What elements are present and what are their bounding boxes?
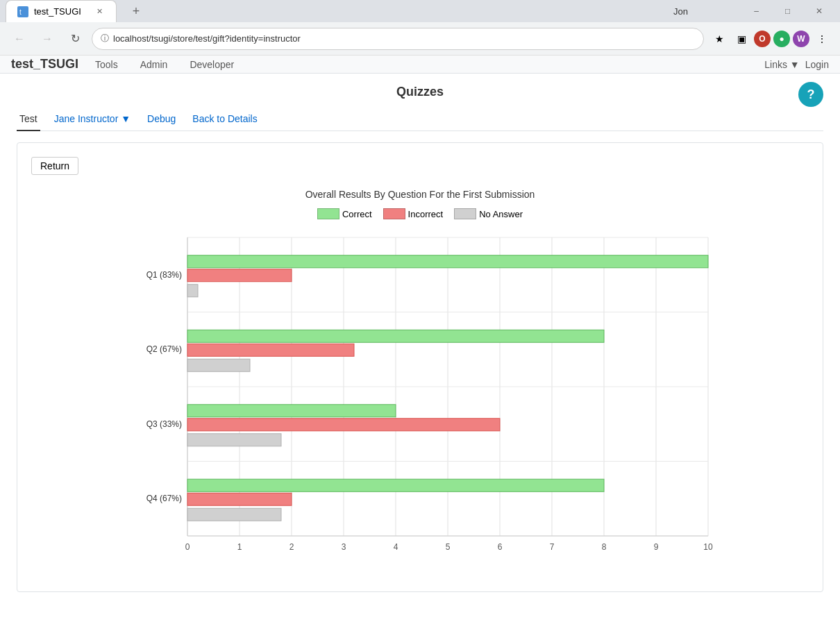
navbar-login[interactable]: Login bbox=[805, 59, 829, 70]
title-bar-user: Jon bbox=[673, 6, 730, 17]
navbar-admin[interactable]: Admin bbox=[135, 56, 174, 73]
chart-container: Overall Results By Question For the Firs… bbox=[87, 189, 753, 564]
svg-text:8: 8 bbox=[602, 542, 607, 552]
svg-text:1: 1 bbox=[237, 542, 242, 552]
new-tab-button[interactable]: + bbox=[125, 0, 147, 22]
close-button[interactable]: ✕ bbox=[803, 0, 834, 22]
svg-text:2: 2 bbox=[289, 542, 294, 552]
navbar-developer[interactable]: Developer bbox=[184, 56, 240, 73]
svg-rect-32 bbox=[187, 479, 604, 491]
browser-window: t test_TSUGI ✕ + Jon – □ ✕ ← → ↻ ⓘ local… bbox=[0, 0, 840, 603]
svg-text:6: 6 bbox=[498, 542, 503, 552]
help-button[interactable]: ? bbox=[798, 82, 823, 107]
page-title: Quizzes bbox=[396, 85, 444, 99]
legend-no-answer: No Answer bbox=[454, 208, 523, 219]
svg-text:Q2 (67%): Q2 (67%) bbox=[146, 344, 182, 354]
top-navbar: test_TSUGI Tools Admin Developer Links ▼… bbox=[0, 56, 840, 74]
bookmark-icon[interactable]: ★ bbox=[709, 29, 729, 49]
sub-navigation: Test Jane Instructor ▼ Debug Back to Det… bbox=[17, 108, 823, 131]
ext-icon-3[interactable]: W bbox=[793, 31, 809, 47]
svg-text:7: 7 bbox=[550, 542, 555, 552]
svg-rect-33 bbox=[187, 493, 292, 505]
app-wrapper: test_TSUGI Tools Admin Developer Links ▼… bbox=[0, 56, 840, 603]
navbar-tools[interactable]: Tools bbox=[90, 56, 124, 73]
chart-legend: Correct Incorrect No Answer bbox=[87, 208, 753, 219]
legend-correct: Correct bbox=[317, 208, 372, 219]
incorrect-label: Incorrect bbox=[408, 209, 444, 219]
navbar-links[interactable]: Links ▼ bbox=[764, 59, 799, 70]
svg-rect-29 bbox=[187, 419, 500, 431]
incorrect-swatch bbox=[383, 208, 405, 219]
svg-rect-21 bbox=[187, 269, 292, 282]
correct-swatch bbox=[317, 208, 339, 219]
page-title-wrapper: Quizzes ? bbox=[17, 85, 823, 99]
cast-icon[interactable]: ▣ bbox=[732, 29, 751, 49]
no-answer-label: No Answer bbox=[479, 209, 523, 219]
minimize-button[interactable]: – bbox=[741, 0, 772, 22]
navbar-right: Links ▼ Login bbox=[764, 59, 829, 70]
legend-incorrect: Incorrect bbox=[383, 208, 444, 219]
svg-text:4: 4 bbox=[394, 542, 398, 552]
tab-back-to-details[interactable]: Back to Details bbox=[190, 108, 260, 131]
tab-title: test_TSUGI bbox=[34, 6, 81, 17]
maximize-button[interactable]: □ bbox=[772, 0, 803, 22]
content-box: Return Overall Results By Question For t… bbox=[17, 142, 823, 592]
svg-text:Q1 (83%): Q1 (83%) bbox=[146, 270, 182, 280]
svg-text:0: 0 bbox=[185, 542, 190, 552]
bar-chart: Q1 (83%)Q2 (67%)Q3 (33%)Q4 (67%)01234567… bbox=[118, 230, 722, 564]
tab-test[interactable]: Test bbox=[17, 108, 40, 131]
svg-rect-28 bbox=[187, 405, 396, 417]
ext-icon-1[interactable]: O bbox=[754, 31, 771, 47]
svg-rect-34 bbox=[187, 508, 281, 521]
browser-extensions: ★ ▣ O ● W ⋮ bbox=[709, 29, 832, 49]
forward-button[interactable]: → bbox=[36, 28, 58, 50]
lock-icon: ⓘ bbox=[101, 33, 109, 44]
menu-icon[interactable]: ⋮ bbox=[812, 29, 832, 49]
svg-text:5: 5 bbox=[446, 542, 451, 552]
tab-debug[interactable]: Debug bbox=[144, 108, 178, 131]
chart-title: Overall Results By Question For the Firs… bbox=[87, 189, 753, 200]
correct-label: Correct bbox=[342, 209, 372, 219]
no-answer-swatch bbox=[454, 208, 476, 219]
svg-rect-30 bbox=[187, 434, 281, 446]
tab-instructor[interactable]: Jane Instructor ▼ bbox=[51, 108, 133, 131]
svg-rect-26 bbox=[187, 359, 250, 371]
svg-text:9: 9 bbox=[654, 542, 659, 552]
tab-favicon: t bbox=[17, 6, 28, 17]
svg-text:t: t bbox=[19, 8, 22, 16]
navbar-brand: test_TSUGI bbox=[11, 57, 78, 71]
bar-chart-svg-wrapper: Q1 (83%)Q2 (67%)Q3 (33%)Q4 (67%)01234567… bbox=[87, 230, 753, 564]
return-button[interactable]: Return bbox=[31, 157, 78, 175]
address-bar: ← → ↻ ⓘ localhost/tsugi/store/test/gift?… bbox=[0, 22, 840, 56]
reload-button[interactable]: ↻ bbox=[64, 28, 86, 50]
title-bar: t test_TSUGI ✕ + Jon – □ ✕ bbox=[0, 0, 840, 22]
svg-rect-24 bbox=[187, 330, 604, 342]
svg-text:Q3 (33%): Q3 (33%) bbox=[146, 419, 182, 429]
svg-text:Q4 (67%): Q4 (67%) bbox=[146, 494, 182, 503]
svg-rect-20 bbox=[187, 255, 708, 268]
svg-text:3: 3 bbox=[342, 542, 346, 552]
svg-rect-25 bbox=[187, 344, 354, 356]
browser-tab[interactable]: t test_TSUGI ✕ bbox=[6, 0, 117, 22]
svg-text:10: 10 bbox=[703, 542, 713, 552]
url-text: localhost/tsugi/store/test/gift?identity… bbox=[113, 33, 301, 44]
tab-close-button[interactable]: ✕ bbox=[94, 6, 105, 17]
main-content: Quizzes ? Test Jane Instructor ▼ Debug B… bbox=[0, 74, 840, 603]
window-controls: – □ ✕ bbox=[741, 0, 834, 22]
address-input[interactable]: ⓘ localhost/tsugi/store/test/gift?identi… bbox=[92, 28, 704, 50]
back-button[interactable]: ← bbox=[8, 28, 31, 50]
svg-rect-22 bbox=[187, 285, 198, 297]
ext-icon-2[interactable]: ● bbox=[773, 31, 790, 47]
